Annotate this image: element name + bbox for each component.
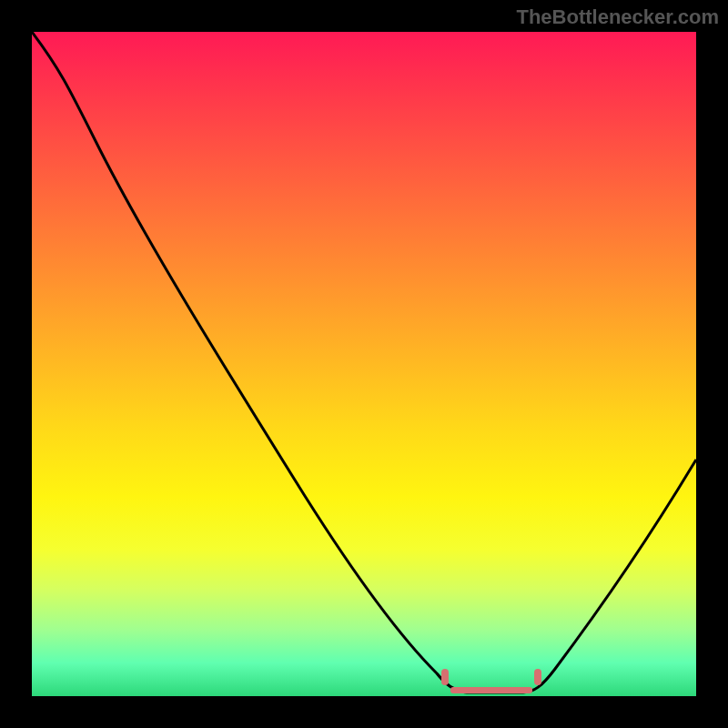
watermark-text: TheBottlenecker.com [516, 5, 719, 29]
optimal-marker-band [450, 687, 532, 693]
plot-area [32, 32, 696, 696]
chart-container: TheBottlenecker.com [0, 0, 728, 728]
optimal-marker-right [534, 669, 541, 685]
bottleneck-curve [32, 32, 696, 696]
optimal-marker-left [441, 669, 449, 685]
curve-path [32, 32, 696, 693]
